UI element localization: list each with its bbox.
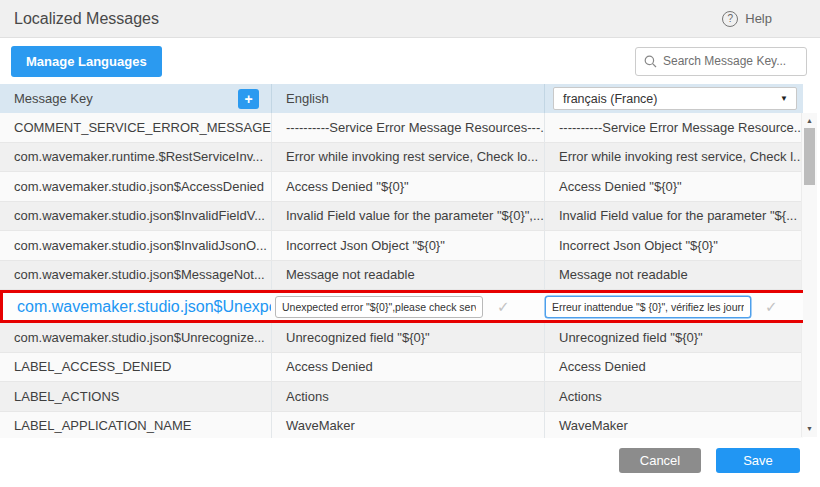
french-cell[interactable]: Access Denied bbox=[545, 353, 803, 382]
english-cell[interactable]: Error while invoking rest service, Check… bbox=[272, 143, 545, 172]
message-key-cell[interactable]: LABEL_ACTIONS bbox=[0, 382, 272, 411]
table-row-editing[interactable]: com.wavemaker.studio.json$UnexpectedE...… bbox=[0, 290, 803, 323]
search-input[interactable] bbox=[663, 54, 798, 68]
table-row[interactable]: com.wavemaker.studio.json$InvalidFieldV.… bbox=[0, 202, 803, 232]
locale-select[interactable]: français (France) ▼ bbox=[553, 87, 797, 110]
english-cell[interactable]: WaveMaker bbox=[272, 412, 545, 439]
table-row[interactable]: com.wavemaker.studio.json$AccessDenied A… bbox=[0, 172, 803, 202]
message-key-cell[interactable]: com.wavemaker.runtime.$RestServiceInv... bbox=[0, 143, 272, 172]
table-row[interactable]: com.wavemaker.studio.json$Unrecognize...… bbox=[0, 323, 803, 353]
french-cell[interactable]: Message not readable bbox=[545, 261, 803, 290]
french-cell[interactable]: Error while invoking rest service, Check… bbox=[545, 143, 803, 172]
column-header-english: English bbox=[272, 84, 545, 113]
message-key-cell[interactable]: com.wavemaker.studio.json$MessageNot... bbox=[0, 261, 272, 290]
table-row[interactable]: com.wavemaker.studio.json$MessageNot... … bbox=[0, 261, 803, 291]
message-key-cell[interactable]: com.wavemaker.studio.json$InvalidFieldV.… bbox=[0, 202, 272, 231]
scroll-down-icon[interactable]: ▼ bbox=[802, 421, 817, 435]
french-cell[interactable]: Access Denied "${0}" bbox=[545, 172, 803, 201]
column-header-locale: français (France) ▼ bbox=[545, 84, 803, 113]
table-row[interactable]: LABEL_APPLICATION_NAME WaveMaker WaveMak… bbox=[0, 412, 803, 439]
cancel-button[interactable]: Cancel bbox=[619, 448, 701, 473]
english-edit-input[interactable] bbox=[275, 296, 483, 318]
vertical-scrollbar[interactable]: ▲ ▼ bbox=[801, 113, 817, 437]
help-icon: ? bbox=[722, 11, 738, 27]
english-cell[interactable]: Invalid Field value for the parameter "$… bbox=[272, 202, 545, 231]
page-title: Localized Messages bbox=[14, 10, 159, 28]
message-key-cell[interactable]: COMMENT_SERVICE_ERROR_MESSAGES bbox=[0, 113, 272, 142]
search-box[interactable] bbox=[635, 47, 807, 76]
search-icon bbox=[644, 55, 657, 68]
scroll-up-icon[interactable]: ▲ bbox=[802, 113, 817, 127]
confirm-check-icon[interactable]: ✓ bbox=[765, 298, 778, 316]
english-cell[interactable]: Access Denied "${0}" bbox=[272, 172, 545, 201]
english-cell[interactable]: Access Denied bbox=[272, 353, 545, 382]
message-key-header-label: Message Key bbox=[14, 91, 93, 106]
english-cell[interactable]: Actions bbox=[272, 382, 545, 411]
table-row[interactable]: LABEL_ACCESS_DENIED Access Denied Access… bbox=[0, 353, 803, 383]
scrollbar-thumb[interactable] bbox=[804, 128, 815, 185]
french-cell[interactable]: ----------Service Error Message Resource… bbox=[545, 113, 803, 142]
table-body: COMMENT_SERVICE_ERROR_MESSAGES ---------… bbox=[0, 113, 803, 438]
footer-actions: Cancel Save bbox=[619, 448, 800, 473]
table-row[interactable]: com.wavemaker.runtime.$RestServiceInv...… bbox=[0, 143, 803, 173]
english-cell[interactable]: Incorrect Json Object "${0}" bbox=[272, 231, 545, 260]
toolbar: Manage Languages bbox=[0, 38, 820, 84]
message-key-cell[interactable]: com.wavemaker.studio.json$Unrecognize... bbox=[0, 323, 272, 352]
manage-languages-button[interactable]: Manage Languages bbox=[11, 46, 162, 77]
table-row[interactable]: com.wavemaker.studio.json$InvalidJsonO..… bbox=[0, 231, 803, 261]
message-key-cell[interactable]: LABEL_APPLICATION_NAME bbox=[0, 412, 272, 439]
title-bar: Localized Messages ? Help bbox=[0, 0, 820, 38]
message-key-cell[interactable]: com.wavemaker.studio.json$AccessDenied bbox=[0, 172, 272, 201]
english-cell[interactable]: Unrecognized field "${0}" bbox=[272, 323, 545, 352]
french-cell[interactable]: Actions bbox=[545, 382, 803, 411]
column-header-message-key: Message Key + bbox=[0, 84, 272, 113]
locale-selected-value: français (France) bbox=[563, 92, 657, 106]
french-cell[interactable]: Unrecognized field "${0}" bbox=[545, 323, 803, 352]
english-header-label: English bbox=[286, 91, 329, 106]
table-header: Message Key + English français (France) … bbox=[0, 84, 803, 113]
french-edit-input[interactable] bbox=[545, 296, 751, 318]
table-row[interactable]: LABEL_ACTIONS Actions Actions bbox=[0, 382, 803, 412]
french-cell[interactable]: Incorrect Json Object "${0}" bbox=[545, 231, 803, 260]
message-key-cell-selected[interactable]: com.wavemaker.studio.json$UnexpectedE... bbox=[3, 293, 271, 320]
message-key-cell[interactable]: LABEL_ACCESS_DENIED bbox=[0, 353, 272, 382]
help-label: Help bbox=[745, 11, 772, 26]
french-cell[interactable]: Invalid Field value for the parameter "$… bbox=[545, 202, 803, 231]
table-row[interactable]: COMMENT_SERVICE_ERROR_MESSAGES ---------… bbox=[0, 113, 803, 143]
help-button[interactable]: ? Help bbox=[722, 11, 772, 27]
confirm-check-icon[interactable]: ✓ bbox=[497, 298, 510, 316]
message-key-cell[interactable]: com.wavemaker.studio.json$InvalidJsonO..… bbox=[0, 231, 272, 260]
english-cell[interactable]: Message not readable bbox=[272, 261, 545, 290]
save-button[interactable]: Save bbox=[716, 448, 800, 473]
add-message-key-button[interactable]: + bbox=[238, 89, 259, 109]
chevron-down-icon: ▼ bbox=[780, 94, 788, 103]
french-edit-group: ✓ bbox=[543, 293, 803, 320]
french-cell[interactable]: WaveMaker bbox=[545, 412, 803, 439]
english-cell[interactable]: ----------Service Error Message Resource… bbox=[272, 113, 545, 142]
english-edit-group: ✓ bbox=[271, 293, 543, 320]
